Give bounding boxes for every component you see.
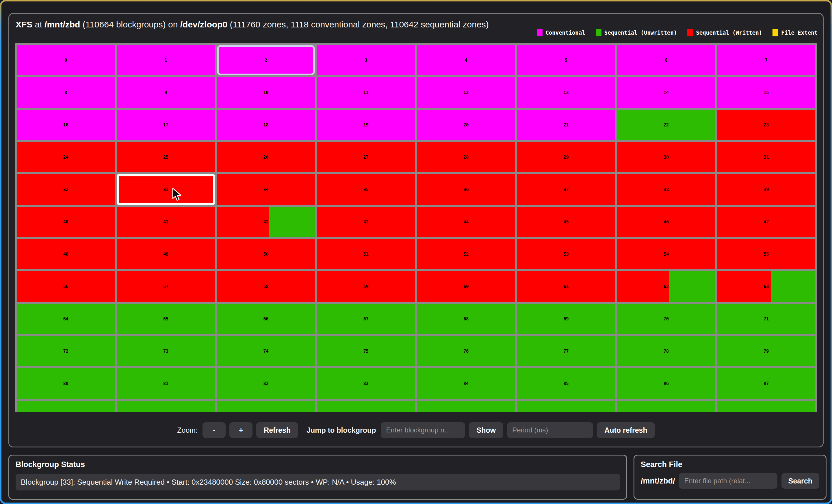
blockgroup-cell[interactable]: 54 — [617, 239, 715, 269]
blockgroup-cell[interactable]: 80 — [17, 368, 115, 399]
blockgroup-cell[interactable]: 25 — [117, 142, 215, 172]
blockgroup-cell[interactable]: 38 — [617, 174, 715, 205]
blockgroup-cell[interactable]: 94 — [617, 401, 715, 412]
blockgroup-cell[interactable]: 8 — [17, 77, 115, 108]
blockgroup-cell[interactable]: 87 — [717, 368, 815, 399]
blockgroup-cell[interactable]: 42 — [217, 207, 315, 237]
blockgroup-cell[interactable]: 28 — [417, 142, 515, 172]
blockgroup-cell[interactable]: 62 — [617, 271, 715, 302]
blockgroup-cell[interactable]: 78 — [617, 336, 715, 366]
blockgroup-cell[interactable]: 26 — [217, 142, 315, 172]
blockgroup-cell[interactable]: 84 — [417, 368, 515, 399]
blockgroup-cell[interactable]: 61 — [517, 271, 615, 302]
blockgroup-cell[interactable]: 29 — [517, 142, 615, 172]
blockgroup-cell[interactable]: 90 — [217, 401, 315, 412]
blockgroup-cell[interactable]: 9 — [117, 77, 215, 108]
blockgroup-cell[interactable]: 37 — [517, 174, 615, 205]
zoom-in-button[interactable]: + — [229, 422, 253, 438]
blockgroup-cell[interactable]: 77 — [517, 336, 615, 366]
blockgroup-cell[interactable]: 23 — [717, 110, 815, 140]
blockgroup-cell[interactable]: 83 — [317, 368, 415, 399]
blockgroup-cell[interactable]: 4 — [417, 45, 515, 75]
blockgroup-cell[interactable]: 14 — [617, 77, 715, 108]
blockgroup-cell[interactable]: 95 — [717, 401, 815, 412]
blockgroup-cell[interactable]: 19 — [317, 110, 415, 140]
show-button[interactable]: Show — [469, 422, 503, 438]
blockgroup-cell[interactable]: 15 — [717, 77, 815, 108]
blockgroup-cell[interactable]: 65 — [117, 304, 215, 334]
blockgroup-cell[interactable]: 56 — [17, 271, 115, 302]
blockgroup-cell[interactable]: 73 — [117, 336, 215, 366]
blockgroup-cell[interactable]: 44 — [417, 207, 515, 237]
blockgroup-cell[interactable]: 74 — [217, 336, 315, 366]
zoom-out-button[interactable]: - — [203, 422, 226, 438]
blockgroup-cell[interactable]: 51 — [317, 239, 415, 269]
period-input[interactable] — [507, 422, 593, 438]
blockgroup-cell[interactable]: 36 — [417, 174, 515, 205]
blockgroup-cell[interactable]: 32 — [17, 174, 115, 205]
blockgroup-cell[interactable]: 18 — [217, 110, 315, 140]
blockgroup-cell[interactable]: 89 — [117, 401, 215, 412]
blockgroup-cell[interactable]: 50 — [217, 239, 315, 269]
blockgroup-cell[interactable]: 75 — [317, 336, 415, 366]
blockgroup-cell[interactable]: 69 — [517, 304, 615, 334]
blockgroup-cell[interactable]: 45 — [517, 207, 615, 237]
blockgroup-cell[interactable]: 11 — [317, 77, 415, 108]
blockgroup-cell[interactable]: 40 — [17, 207, 115, 237]
blockgroup-cell[interactable]: 66 — [217, 304, 315, 334]
blockgroup-cell[interactable]: 82 — [217, 368, 315, 399]
blockgroup-cell[interactable]: 5 — [517, 45, 615, 75]
blockgroup-cell[interactable]: 6 — [617, 45, 715, 75]
blockgroup-cell[interactable]: 13 — [517, 77, 615, 108]
blockgroup-cell[interactable]: 59 — [317, 271, 415, 302]
blockgroup-cell[interactable]: 16 — [17, 110, 115, 140]
blockgroup-cell[interactable]: 72 — [17, 336, 115, 366]
blockgroup-cell[interactable]: 67 — [317, 304, 415, 334]
blockgroup-cell[interactable]: 86 — [617, 368, 715, 399]
blockgroup-cell[interactable]: 57 — [117, 271, 215, 302]
blockgroup-cell[interactable]: 41 — [117, 207, 215, 237]
blockgroup-cell[interactable]: 0 — [17, 45, 115, 75]
search-button[interactable]: Search — [781, 473, 819, 489]
blockgroup-cell[interactable]: 81 — [117, 368, 215, 399]
blockgroup-cell[interactable]: 63 — [717, 271, 815, 302]
blockgroup-cell[interactable]: 3 — [317, 45, 415, 75]
blockgroup-cell[interactable]: 52 — [417, 239, 515, 269]
blockgroup-cell[interactable]: 21 — [517, 110, 615, 140]
blockgroup-cell[interactable]: 2 — [217, 45, 315, 75]
blockgroup-cell[interactable]: 60 — [417, 271, 515, 302]
blockgroup-cell[interactable]: 33 — [117, 174, 215, 205]
blockgroup-cell[interactable]: 27 — [317, 142, 415, 172]
blockgroup-cell[interactable]: 92 — [417, 401, 515, 412]
blockgroup-cell[interactable]: 7 — [717, 45, 815, 75]
blockgroup-cell[interactable]: 47 — [717, 207, 815, 237]
blockgroup-cell[interactable]: 70 — [617, 304, 715, 334]
blockgroup-cell[interactable]: 20 — [417, 110, 515, 140]
blockgroup-cell[interactable]: 31 — [717, 142, 815, 172]
blockgroup-cell[interactable]: 79 — [717, 336, 815, 366]
blockgroup-cell[interactable]: 71 — [717, 304, 815, 334]
file-path-input[interactable] — [679, 473, 777, 489]
auto-refresh-button[interactable]: Auto refresh — [597, 422, 655, 438]
blockgroup-cell[interactable]: 53 — [517, 239, 615, 269]
blockgroup-cell[interactable]: 91 — [317, 401, 415, 412]
blockgroup-cell[interactable]: 39 — [717, 174, 815, 205]
blockgroup-cell[interactable]: 10 — [217, 77, 315, 108]
blockgroup-cell[interactable]: 85 — [517, 368, 615, 399]
blockgroup-cell[interactable]: 93 — [517, 401, 615, 412]
refresh-button[interactable]: Refresh — [256, 422, 298, 438]
blockgroup-cell[interactable]: 35 — [317, 174, 415, 205]
blockgroup-number-input[interactable] — [381, 422, 465, 438]
blockgroup-cell[interactable]: 24 — [17, 142, 115, 172]
blockgroup-cell[interactable]: 58 — [217, 271, 315, 302]
blockgroup-cell[interactable]: 76 — [417, 336, 515, 366]
blockgroup-cell[interactable]: 64 — [17, 304, 115, 334]
blockgroup-cell[interactable]: 22 — [617, 110, 715, 140]
blockgroup-cell[interactable]: 88 — [17, 401, 115, 412]
blockgroup-cell[interactable]: 17 — [117, 110, 215, 140]
blockgroup-cell[interactable]: 48 — [17, 239, 115, 269]
blockgroup-cell[interactable]: 55 — [717, 239, 815, 269]
blockgroup-cell[interactable]: 12 — [417, 77, 515, 108]
blockgroup-cell[interactable]: 34 — [217, 174, 315, 205]
blockgroup-cell[interactable]: 46 — [617, 207, 715, 237]
